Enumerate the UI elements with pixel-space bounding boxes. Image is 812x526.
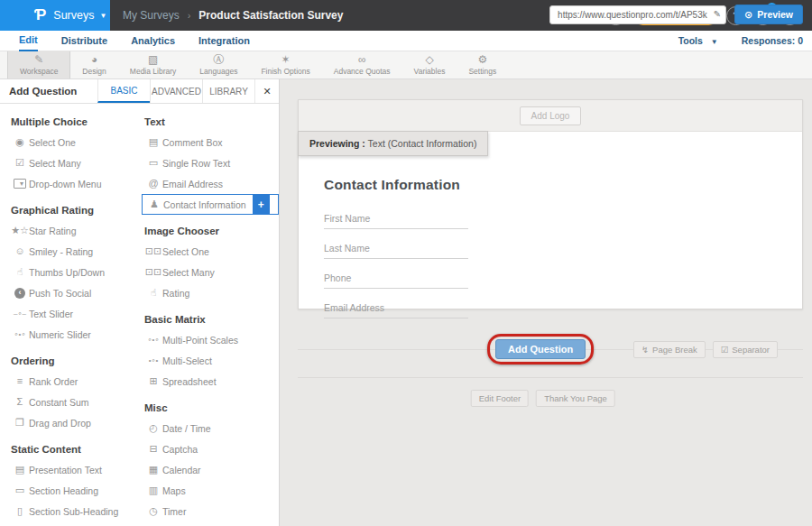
section-subheading-icon: ▯ xyxy=(11,506,29,516)
eye-icon: ⊙ xyxy=(744,10,752,20)
question-column-2: Text▤Comment Box▭Single Row Text@Email A… xyxy=(143,106,279,526)
tools-menu[interactable]: Tools ▼ xyxy=(678,35,718,46)
section-heading-icon: ▭ xyxy=(11,485,29,495)
red-annotation-ring: Add Question xyxy=(487,334,594,365)
question-type-single-row-text[interactable]: ▭Single Row Text xyxy=(144,152,279,173)
add-logo-button[interactable]: Add Logo xyxy=(520,106,582,125)
question-type-label: Calendar xyxy=(162,465,201,475)
toolbar-item[interactable]: Ⓐ Languages xyxy=(188,51,249,78)
toolbar-item[interactable]: ✶ Finish Options xyxy=(249,51,321,78)
question-type-select-many[interactable]: ⊡⊡Select Many xyxy=(144,262,279,282)
nav-tab[interactable]: Integration xyxy=(198,31,250,51)
question-type-select-many[interactable]: ☑Select Many xyxy=(11,152,143,173)
thank-you-page-button[interactable]: Thank You Page xyxy=(536,390,615,407)
question-type-email-address[interactable]: @Email Address xyxy=(144,173,279,194)
question-type-multi-select[interactable]: •∘•Multi-Select xyxy=(144,350,279,371)
question-type-numeric-slider[interactable]: ∘•∘Numeric Slider xyxy=(11,324,143,345)
edit-footer-button[interactable]: Edit Footer xyxy=(471,390,529,407)
question-type-multi-point-scales[interactable]: ∘•∘Multi-Point Scales xyxy=(144,329,279,350)
add-contact-information-button[interactable]: + xyxy=(253,194,270,215)
field-placeholder: Last Name xyxy=(324,243,370,254)
text-field[interactable]: First Name xyxy=(324,209,468,229)
text-field[interactable]: Last Name xyxy=(324,239,468,259)
comment-box-icon: ▤ xyxy=(144,137,162,147)
footer-controls: Edit Footer Thank You Page xyxy=(471,390,615,407)
media-library-icon: ▧ xyxy=(148,54,158,65)
question-section: Text▤Comment Box▭Single Row Text@Email A… xyxy=(144,116,279,215)
question-type-label: Text Slider xyxy=(29,309,73,319)
question-type-section-sub-heading[interactable]: ▯Section Sub-Heading xyxy=(11,501,143,521)
text-slider-icon: –∘– xyxy=(11,310,29,318)
question-type-contact-information[interactable]: ♟Contact Information+ xyxy=(142,194,279,215)
toolbar-item[interactable]: ▧ Media Library xyxy=(118,51,189,78)
separator-button[interactable]: ☑ Separator xyxy=(713,341,778,358)
edit-pencil-icon[interactable]: ✎ xyxy=(714,9,721,19)
design-icon: ◕ xyxy=(91,54,97,65)
question-type-label: Select Many xyxy=(162,267,215,278)
text-field[interactable]: Email Address xyxy=(324,299,468,318)
product-switcher[interactable]: Ƥ Surveys ▼ xyxy=(0,0,110,31)
panel-tab[interactable]: BASIC xyxy=(97,79,150,103)
question-type-captcha[interactable]: ⊟Captcha xyxy=(144,438,279,459)
question-type-push-to-social[interactable]: ‹Push To Social xyxy=(11,282,143,303)
breadcrumb-my-surveys[interactable]: My Surveys xyxy=(123,9,180,22)
section-heading: Image Chooser xyxy=(144,226,279,236)
question-type-date-time[interactable]: ◴Date / Time xyxy=(144,418,279,438)
question-type-rating[interactable]: ☝Rating xyxy=(144,282,279,303)
toolbar-item[interactable]: ◇ Variables xyxy=(402,51,457,78)
question-type-select-one[interactable]: ◉Select One xyxy=(11,132,143,152)
question-type-label: Rank Order xyxy=(29,376,78,387)
survey-url-input[interactable] xyxy=(549,5,726,24)
toolbar-item[interactable]: ∞ Advance Quotas xyxy=(322,51,402,78)
question-type-timer[interactable]: ◷Timer xyxy=(144,501,279,521)
advance-quotas-icon: ∞ xyxy=(358,54,366,65)
question-type-star-rating[interactable]: ★☆Star Rating xyxy=(11,220,143,241)
question-type-rank-order[interactable]: ≡Rank Order xyxy=(11,371,143,392)
languages-icon: Ⓐ xyxy=(213,54,224,65)
question-type-label: Push To Social xyxy=(29,288,91,299)
panel-tab[interactable]: LIBRARY xyxy=(202,79,254,103)
question-type-spreadsheet[interactable]: ⊞Spreadsheet xyxy=(144,371,279,392)
question-type-drop-down-menu[interactable]: ▾Drop-down Menu xyxy=(11,173,143,194)
question-type-label: Rating xyxy=(162,288,189,299)
image-select-one-icon: ⊡⊡ xyxy=(144,246,162,256)
sigma-icon: Σ xyxy=(11,397,29,407)
preview-button[interactable]: ⊙ Preview xyxy=(734,5,803,24)
toolbar-item[interactable]: ✎ Workspace xyxy=(7,51,70,78)
question-type-calendar[interactable]: ▦Calendar xyxy=(144,459,279,480)
previewing-label: Previewing : Text (Contact Information) xyxy=(298,131,488,156)
question-type-comment-box[interactable]: ▤Comment Box xyxy=(144,132,279,152)
close-panel-button[interactable]: ✕ xyxy=(254,79,279,103)
question-type-select-one[interactable]: ⊡⊡Select One xyxy=(144,241,279,262)
responses-count[interactable]: Responses: 0 xyxy=(742,35,803,46)
panel-tab[interactable]: ADVANCED xyxy=(150,79,202,103)
question-type-thumbs-up-down[interactable]: ☝Thumbs Up/Down xyxy=(11,262,143,282)
question-type-label: Numeric Slider xyxy=(29,329,91,340)
text-field[interactable]: Phone xyxy=(324,269,468,289)
nav-tab[interactable]: Analytics xyxy=(131,31,175,51)
question-type-drag-and-drop[interactable]: ❐Drag and Drop xyxy=(11,412,143,433)
question-type-label: Thumbs Up/Down xyxy=(29,267,105,278)
nav-tab[interactable]: Distribute xyxy=(61,31,107,51)
question-type-presentation-text[interactable]: ▤Presentation Text xyxy=(11,459,143,480)
page-controls: ↯ Page Break ☑ Separator xyxy=(633,341,778,358)
page-break-button[interactable]: ↯ Page Break xyxy=(633,341,706,358)
question-type-maps[interactable]: ▥Maps xyxy=(144,480,279,501)
question-type-label: Email Address xyxy=(162,179,223,189)
section-heading: Basic Matrix xyxy=(144,314,279,325)
section-heading: Static Content xyxy=(11,444,143,455)
survey-toolbar: ✎ Workspace ◕ Design ▧ Media Library Ⓐ L… xyxy=(0,51,812,79)
toolbar-right: ✎ ⊙ Preview xyxy=(549,5,803,24)
nav-tab[interactable]: Edit xyxy=(19,31,38,51)
toolbar-item[interactable]: ⚙ Settings xyxy=(457,51,508,78)
question-type-label: Select One xyxy=(29,137,76,148)
add-question-button[interactable]: Add Question xyxy=(495,339,586,359)
question-type-constant-sum[interactable]: ΣConstant Sum xyxy=(11,392,143,412)
question-type-text-slider[interactable]: –∘–Text Slider xyxy=(11,303,143,324)
question-type-smiley-rating[interactable]: ☺Smiley - Rating xyxy=(11,241,143,262)
toolbar-item[interactable]: ◕ Design xyxy=(70,51,117,78)
question-type-section-heading[interactable]: ▭Section Heading xyxy=(11,480,143,501)
question-type-list: Multiple Choice◉Select One☑Select Many▾D… xyxy=(0,104,279,526)
email-icon: @ xyxy=(144,179,162,189)
add-question-panel: Add Question BASICADVANCEDLIBRARY ✕ Mult… xyxy=(0,79,280,526)
